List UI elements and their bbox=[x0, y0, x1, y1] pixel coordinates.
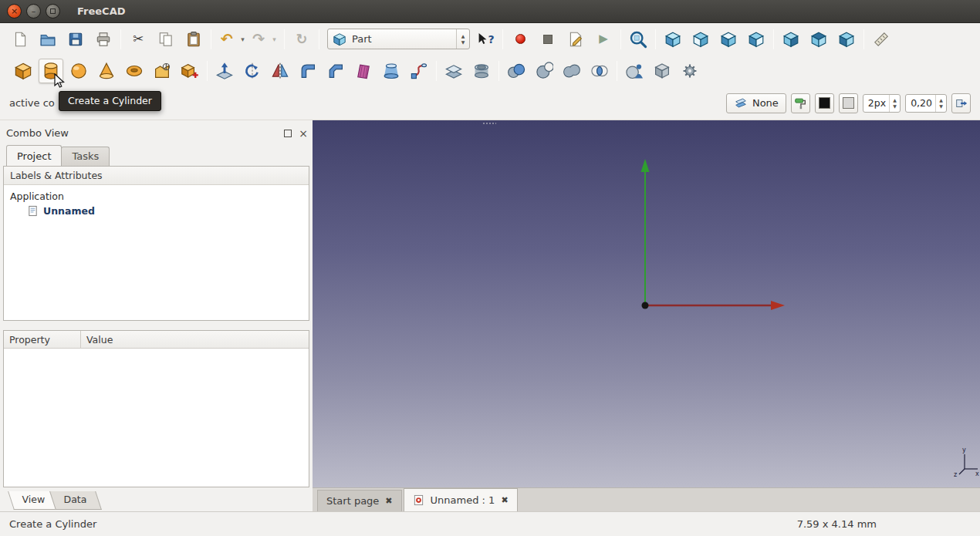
workbench-selector[interactable]: Part ▲▼ bbox=[327, 29, 470, 49]
refresh-button[interactable]: ↻ bbox=[289, 27, 314, 52]
primitives-button[interactable] bbox=[177, 59, 202, 83]
line-color-button[interactable] bbox=[815, 93, 834, 113]
window-maximize-button[interactable] bbox=[46, 4, 60, 19]
loft-icon bbox=[382, 62, 400, 80]
view-left-button[interactable] bbox=[834, 27, 859, 52]
torus-button[interactable] bbox=[122, 59, 147, 83]
ruled-surface-button[interactable] bbox=[351, 59, 376, 83]
text-scale-value: 0,20 bbox=[911, 97, 932, 109]
toolbar-separator bbox=[620, 29, 621, 49]
view-top-button[interactable] bbox=[716, 27, 741, 52]
check-geometry-button[interactable] bbox=[622, 59, 647, 83]
whats-this-button[interactable]: ? bbox=[473, 27, 498, 52]
axonometric-cube-icon bbox=[664, 31, 681, 48]
paste-button[interactable] bbox=[181, 27, 206, 52]
fit-all-button[interactable] bbox=[626, 27, 651, 52]
sweep-button[interactable] bbox=[407, 59, 431, 83]
view-bottom-button[interactable] bbox=[806, 27, 831, 52]
window-close-button[interactable]: × bbox=[7, 4, 22, 19]
cut-button[interactable]: ✂ bbox=[126, 27, 150, 52]
boolean-intersection-button[interactable] bbox=[587, 59, 612, 83]
save-button[interactable] bbox=[63, 27, 88, 52]
close-panel-icon[interactable]: × bbox=[299, 128, 308, 139]
property-column-header[interactable]: Property bbox=[4, 331, 81, 348]
chamfer-button[interactable] bbox=[323, 59, 348, 83]
extrude-button[interactable] bbox=[212, 59, 237, 83]
redo-dropdown-arrow[interactable]: ▾ bbox=[269, 27, 279, 52]
view-front-button[interactable] bbox=[688, 27, 713, 52]
mirror-button[interactable] bbox=[268, 59, 292, 83]
loft-button[interactable] bbox=[379, 59, 404, 83]
float-panel-icon[interactable] bbox=[284, 130, 292, 137]
revolve-button[interactable] bbox=[240, 59, 265, 83]
macro-execute-button[interactable]: ▶ bbox=[591, 27, 616, 52]
spin-arrows[interactable]: ▲▼ bbox=[935, 95, 946, 112]
freecad-document-icon bbox=[413, 494, 424, 506]
view-rear-button[interactable] bbox=[779, 27, 803, 52]
boolean-union-button[interactable] bbox=[559, 59, 584, 83]
refresh-icon: ↻ bbox=[296, 32, 307, 46]
window-minimize-button[interactable]: – bbox=[26, 4, 41, 19]
titlebar[interactable]: × – FreeCAD bbox=[0, 0, 980, 23]
combobox-spin-arrows[interactable]: ▲▼ bbox=[456, 29, 469, 49]
macro-edit-button[interactable] bbox=[563, 27, 588, 52]
print-button[interactable] bbox=[91, 27, 116, 52]
cone-button[interactable] bbox=[94, 59, 119, 83]
property-editor-panel: Property Value bbox=[3, 330, 309, 487]
tab-tasks[interactable]: Tasks bbox=[61, 147, 110, 166]
fillet-button[interactable] bbox=[296, 59, 320, 83]
extrude-icon bbox=[215, 62, 234, 80]
autogroup-button[interactable] bbox=[951, 93, 971, 113]
tree-body: Application Unnamed bbox=[4, 185, 309, 218]
refine-shape-button[interactable] bbox=[650, 59, 674, 83]
spin-up-icon: ▲ bbox=[461, 33, 465, 39]
text-scale-spinbox[interactable]: 0,20 ▲▼ bbox=[905, 94, 947, 113]
tab-data[interactable]: Data bbox=[49, 491, 102, 510]
offset-button[interactable] bbox=[441, 59, 466, 83]
sphere-icon bbox=[69, 62, 88, 80]
redo-button[interactable]: ↷ bbox=[248, 27, 269, 52]
macro-stop-button[interactable] bbox=[536, 27, 560, 52]
combo-view-titlebar[interactable]: Combo View × bbox=[6, 127, 308, 139]
defeaturing-icon bbox=[681, 62, 699, 80]
undo-dropdown-arrow[interactable]: ▾ bbox=[238, 27, 248, 52]
macro-record-button[interactable] bbox=[508, 27, 532, 52]
boolean-button[interactable] bbox=[504, 59, 529, 83]
save-icon bbox=[67, 31, 84, 48]
boolean-cut-button[interactable] bbox=[532, 59, 556, 83]
close-tab-icon[interactable]: ✖ bbox=[385, 496, 392, 506]
tree-item-application[interactable]: Application bbox=[4, 189, 309, 204]
line-width-value: 2px bbox=[868, 97, 886, 109]
face-color-button[interactable] bbox=[839, 93, 858, 113]
layer-button[interactable]: None bbox=[726, 93, 786, 113]
mdi-tab-unnamed[interactable]: Unnamed : 1 ✖ bbox=[404, 488, 518, 511]
mdi-tab-start-page[interactable]: Start page ✖ bbox=[317, 490, 402, 511]
box-button[interactable] bbox=[11, 59, 35, 83]
line-width-select[interactable]: 2px ▲▼ bbox=[863, 94, 901, 113]
spin-arrows[interactable]: ▲▼ bbox=[889, 95, 900, 112]
new-document-button[interactable] bbox=[8, 27, 32, 52]
edit-macro-icon bbox=[567, 31, 584, 48]
undo-icon: ↶ bbox=[221, 32, 233, 46]
view-right-button[interactable] bbox=[744, 27, 769, 52]
set-style-button[interactable] bbox=[791, 93, 810, 113]
view-axonometric-button[interactable] bbox=[661, 27, 685, 52]
open-document-button[interactable] bbox=[35, 27, 60, 52]
thickness-button[interactable] bbox=[469, 59, 494, 83]
workbench-cube-icon bbox=[333, 32, 346, 46]
cone-icon bbox=[97, 62, 116, 80]
measure-button[interactable] bbox=[869, 27, 894, 52]
value-column-header[interactable]: Value bbox=[81, 331, 309, 348]
sphere-button[interactable] bbox=[66, 59, 91, 83]
copy-button[interactable] bbox=[154, 27, 178, 52]
revolve-icon bbox=[243, 62, 262, 80]
undo-button[interactable]: ↶ bbox=[216, 27, 238, 52]
defeaturing-button[interactable] bbox=[678, 59, 702, 83]
tab-project[interactable]: Project bbox=[6, 145, 62, 166]
tree-item-document[interactable]: Unnamed bbox=[27, 204, 309, 218]
tray-controls: None 2px ▲▼ 0,20 ▲▼ bbox=[726, 93, 971, 113]
bottom-view-cube-icon bbox=[810, 31, 827, 48]
shape-builder-button[interactable] bbox=[150, 59, 174, 83]
3d-viewport[interactable]: y x z bbox=[313, 120, 980, 488]
close-tab-icon[interactable]: ✖ bbox=[501, 495, 508, 505]
